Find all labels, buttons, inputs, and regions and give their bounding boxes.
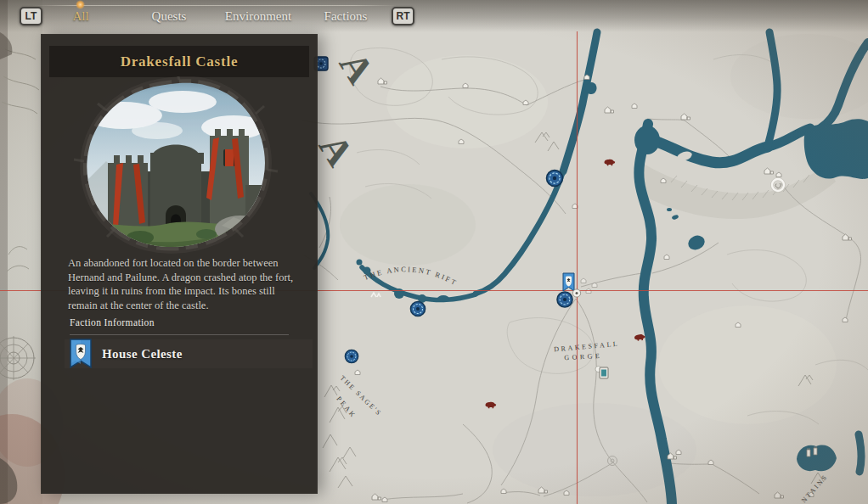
faction-name: House Celeste: [102, 339, 183, 368]
settlement-seal-icon[interactable]: [345, 350, 358, 362]
active-tab-glow-dot: [76, 0, 85, 9]
game-map-screen: A A THE ANCIENT RIFT DRAKESFALL GORGE TH…: [0, 0, 868, 504]
settlement-seal-icon[interactable]: [547, 171, 563, 187]
location-title: Drakesfall Castle: [121, 53, 239, 70]
panel-title-bar: Drakesfall Castle: [49, 46, 309, 77]
location-description: An abandoned fort located on the border …: [68, 256, 299, 312]
left-bumper-button[interactable]: LT: [20, 7, 42, 25]
right-bumper-button[interactable]: RT: [392, 7, 414, 25]
cursor-dot-icon[interactable]: [572, 289, 580, 297]
faction-section-label: Faction Information: [70, 317, 289, 335]
location-image: [55, 76, 303, 256]
tab-bar-rule: [32, 5, 397, 6]
tab-factions[interactable]: Factions: [324, 9, 368, 24]
faction-row[interactable]: House Celeste: [65, 339, 313, 368]
settlement-seal-icon[interactable]: [557, 292, 572, 307]
location-info-panel: Drakesfall Castle: [41, 34, 318, 494]
settlement-seal-icon[interactable]: [410, 301, 425, 316]
tab-environment[interactable]: Environment: [225, 9, 291, 24]
house-celeste-banner-icon: [70, 339, 92, 369]
top-tab-bar: LT All Quests Environment Factions RT: [0, 0, 868, 32]
tab-all[interactable]: All: [72, 9, 88, 24]
tab-quests[interactable]: Quests: [152, 9, 187, 24]
